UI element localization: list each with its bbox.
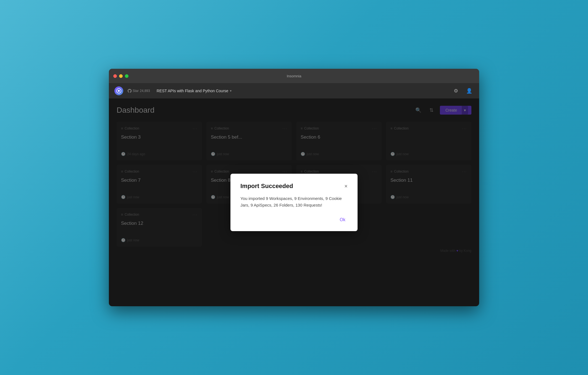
- github-star[interactable]: Star 24,893: [128, 89, 150, 93]
- traffic-lights: [113, 74, 128, 78]
- modal-header: Import Succeeded ×: [240, 183, 348, 190]
- star-label: Star: [133, 89, 139, 93]
- modal-body: You imported 9 Workspaces, 9 Environment…: [240, 195, 348, 208]
- maximize-button[interactable]: [125, 74, 128, 78]
- settings-button[interactable]: ⚙: [452, 86, 460, 95]
- main-content: Dashboard 🔍 ⇅ Create ▾ ≡: [109, 99, 479, 306]
- svg-point-1: [118, 90, 120, 92]
- github-icon: [128, 89, 132, 93]
- minimize-button[interactable]: [119, 74, 123, 78]
- app-window: Insomnia Star 24,893 REST APIs with Flas…: [109, 69, 479, 306]
- ok-button[interactable]: Ok: [338, 216, 348, 223]
- project-selector[interactable]: REST APIs with Flask and Python Course ▾: [157, 89, 232, 93]
- modal-title: Import Succeeded: [240, 183, 293, 190]
- star-count: 24,893: [140, 89, 150, 93]
- user-icon: 👤: [466, 88, 472, 94]
- modal-overlay: Import Succeeded × You imported 9 Worksp…: [109, 99, 479, 306]
- logo-icon: [116, 88, 122, 94]
- gear-icon: ⚙: [454, 88, 458, 94]
- project-name: REST APIs with Flask and Python Course: [157, 89, 229, 93]
- title-bar: Insomnia: [109, 69, 479, 83]
- chevron-down-icon: ▾: [230, 89, 232, 93]
- modal-footer: Ok: [240, 216, 348, 223]
- close-button[interactable]: [113, 74, 117, 78]
- window-title: Insomnia: [287, 74, 301, 78]
- app-logo[interactable]: [114, 86, 123, 95]
- toolbar: Star 24,893 REST APIs with Flask and Pyt…: [109, 83, 479, 99]
- import-modal: Import Succeeded × You imported 9 Worksp…: [230, 174, 358, 231]
- account-button[interactable]: 👤: [465, 86, 474, 95]
- modal-close-button[interactable]: ×: [344, 183, 348, 189]
